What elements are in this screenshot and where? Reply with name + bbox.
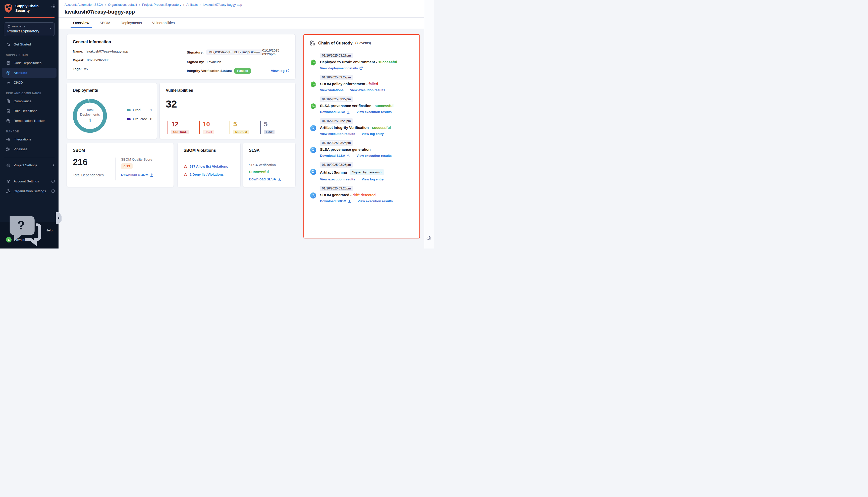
sidebar-item-integrations[interactable]: Integrations [0, 134, 59, 144]
logo-row: Supply Chain Security [0, 0, 59, 17]
integrity-label: Integrity Verification Status: [187, 69, 232, 73]
legend-value: 1 [150, 108, 152, 112]
help-button[interactable]: ? Help [0, 225, 59, 235]
deployments-legend: Prod 1 Pre Prod 0 [127, 108, 152, 121]
severity-breakdown: 12 CRITICAL 10 HIGH 5 MEDIUM 5 LOW [168, 120, 281, 134]
breadcrumb: Account: Automation-SSCA › Organization:… [64, 3, 419, 6]
help-label: Help [45, 228, 53, 232]
timeline-event: 01/16/2025 03:26pm Artifact Integrity Ve… [310, 118, 415, 136]
card-title: SBOM Violations [184, 148, 234, 153]
legend-label: Pre Prod [133, 117, 147, 121]
info-icon[interactable] [51, 189, 55, 193]
high-badge: HIGH [203, 130, 214, 134]
sidebar-item-organization-settings[interactable]: Organization Settings [0, 186, 59, 196]
sidebar-item-code-repositories[interactable]: Code Repositories [0, 58, 59, 68]
chain-of-custody-panel: Chain of Custody (7 events) 01/16/2025 0… [303, 34, 420, 239]
event-status: successful [372, 126, 391, 130]
view-log-link[interactable]: View log [271, 69, 289, 73]
view-execution-results-link[interactable]: View execution results [358, 199, 393, 203]
view-execution-results-link[interactable]: View execution results [320, 178, 355, 181]
sidebar-item-remediation-tracker[interactable]: Remediation Tracker [0, 116, 59, 126]
sbom-card: SBOM 216 Total Dependencies SBOM Quality… [67, 143, 174, 187]
breadcrumb-organization[interactable]: Organization: default [108, 3, 137, 6]
view-violations-link[interactable]: View violations [320, 88, 344, 92]
download-sbom-link[interactable]: Download SBOM [320, 199, 351, 203]
avatar: L [6, 237, 12, 242]
event-links: View violations View execution results [320, 88, 415, 92]
sidebar-item-rule-definitions[interactable]: Rule Definitions [0, 106, 59, 116]
event-timestamp: 01/16/2025 03:27pm [320, 97, 353, 102]
sidebar-section-manage: MANAGE [6, 130, 59, 133]
event-timestamp: 01/16/2025 03:25pm [320, 186, 353, 191]
tab-deployments[interactable]: Deployments [120, 18, 142, 28]
download-slsa-link[interactable]: Download SLSA [320, 110, 350, 114]
sidebar-item-get-started[interactable]: Get Started [0, 40, 59, 49]
sidebar-item-compliance[interactable]: Compliance [0, 96, 59, 106]
tab-vulnerabilities[interactable]: Vulnerabilities [152, 18, 175, 28]
sidebar-item-cicd[interactable]: CI/CD [0, 77, 59, 87]
external-link-icon [359, 67, 363, 70]
breadcrumb-account[interactable]: Account: Automation-SSCA [64, 3, 103, 6]
app-title: Supply Chain Security [15, 3, 51, 13]
project-selector[interactable]: PROJECT Product Exploratory [4, 23, 55, 36]
sidebar-item-label: Artifacts [14, 71, 27, 75]
breadcrumb-artifact-name[interactable]: lavakush07/easy-buggy-app [203, 3, 242, 6]
download-slsa-link[interactable]: Download SLSA [249, 177, 281, 181]
sidebar-item-label: Compliance [14, 99, 31, 103]
signature-value[interactable]: MEQCICde2VjIT...bL+2+mqnOXw== [206, 49, 262, 55]
sidebar-item-project-settings[interactable]: Project Settings [0, 160, 59, 170]
scan-circle-icon [310, 147, 317, 153]
view-deployment-details-link[interactable]: View deployment details [320, 66, 363, 70]
sidebar-item-label: Rule Definitions [14, 109, 38, 113]
chain-of-custody-icon [310, 40, 316, 46]
org-chart-icon [6, 189, 11, 194]
supply-chain-security-logo-icon [4, 3, 13, 14]
info-icon[interactable] [51, 180, 55, 183]
integrations-icon [6, 137, 11, 142]
tags-value: v5 [84, 67, 88, 71]
event-title: SBOM generated - drift detected [320, 193, 415, 197]
download-slsa-link[interactable]: Download SLSA [320, 154, 350, 158]
sidebar-item-account-settings[interactable]: Account Settings [0, 176, 59, 186]
tab-overview[interactable]: Overview [73, 18, 90, 28]
sidebar-section-supply-chain: SUPPLY CHAIN [6, 54, 59, 57]
code-repository-icon [6, 61, 11, 65]
legend-item-prod: Prod 1 [127, 108, 152, 112]
severity-critical: 12 CRITICAL [168, 120, 189, 134]
allow-list-violations-link[interactable]: 637 Allow list Violations [190, 165, 228, 168]
view-execution-results-link[interactable]: View execution results [357, 154, 392, 158]
event-timestamp: 01/16/2025 03:26pm [320, 118, 353, 124]
medium-badge: MEDIUM [233, 130, 249, 134]
app-grid-icon[interactable] [51, 4, 56, 10]
vulnerabilities-card: Vulnerabilities 32 12 CRITICAL 10 HIGH 5… [159, 83, 295, 139]
event-timestamp: 01/16/2025 03:27pm [320, 75, 353, 80]
breadcrumb-artifacts[interactable]: Artifacts [186, 3, 198, 6]
signature-label: Signature: [187, 51, 204, 54]
pipeline-hexagon-icon [310, 81, 317, 88]
pipeline-hexagon-icon [310, 103, 317, 110]
scan-circle-icon [310, 192, 317, 199]
deny-list-violations-link[interactable]: 2 Deny list Violations [190, 173, 224, 176]
tab-sbom[interactable]: SBOM [99, 18, 111, 28]
scan-circle-icon [310, 169, 317, 175]
view-log-entry-link[interactable]: View log entry [362, 178, 384, 181]
help-chat-icon: ? [6, 212, 43, 248]
download-sbom-link[interactable]: Download SBOM [121, 173, 154, 176]
timeline-event: 01/16/2025 03:25pm SBOM generated - drif… [310, 186, 415, 203]
view-execution-results-link[interactable]: View execution results [357, 110, 392, 114]
view-log-entry-link[interactable]: View log entry [362, 132, 384, 136]
view-execution-results-link[interactable]: View execution results [320, 132, 355, 136]
slsa-verification-status: Successful [249, 170, 269, 174]
sidebar-item-pipelines[interactable]: Pipelines [0, 144, 59, 154]
low-count: 5 [264, 120, 281, 128]
chain-of-custody-header: Chain of Custody (7 events) [310, 40, 415, 46]
breadcrumb-project[interactable]: Project: Product Exploratory [142, 3, 181, 6]
sidebar-item-artifacts[interactable]: Artifacts [2, 68, 57, 77]
breadcrumb-separator: › [183, 3, 184, 6]
view-execution-results-link[interactable]: View execution results [350, 88, 385, 92]
donut-center-label: Total Deployments [78, 108, 102, 117]
critical-badge: CRITICAL [171, 130, 189, 134]
support-chat-icon[interactable] [426, 235, 432, 242]
medium-count: 5 [233, 120, 250, 128]
sidebar-nav: Get Started SUPPLY CHAIN Code Repositori… [0, 40, 59, 196]
